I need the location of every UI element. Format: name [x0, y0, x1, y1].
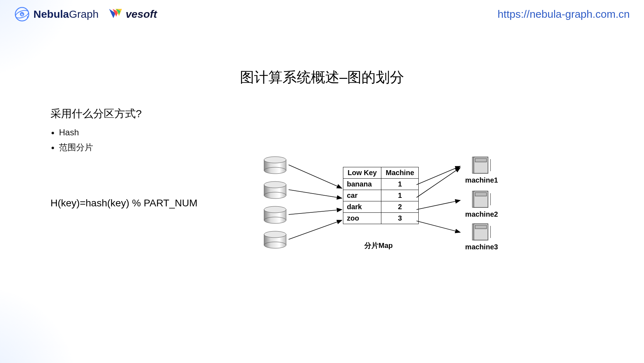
svg-line-32 — [289, 220, 342, 239]
table-header: Machine — [381, 167, 419, 179]
machine-label: machine2 — [458, 210, 505, 218]
svg-rect-28 — [472, 224, 474, 240]
vesoft-icon — [108, 7, 123, 21]
table-row: Low Key Machine — [343, 167, 419, 179]
content-block: 采用什么分区方式? Hash 范围分片 — [50, 107, 601, 157]
machine-label: machine3 — [458, 243, 505, 251]
svg-point-16 — [264, 242, 286, 248]
svg-rect-23 — [490, 193, 491, 205]
machine-node: machine3 — [458, 222, 505, 251]
svg-rect-19 — [490, 159, 491, 171]
partition-diagram: Low Key Machine banana 1 car 1 dark 2 zo… — [263, 156, 519, 270]
svg-point-4 — [27, 16, 28, 18]
partition-map-table: Low Key Machine banana 1 car 1 dark 2 zo… — [343, 167, 419, 224]
list-item: 范围分片 — [59, 142, 601, 153]
machine-node: machine2 — [458, 190, 505, 218]
vesoft-logo: vesoft — [108, 7, 157, 21]
table-header: Low Key — [343, 167, 381, 179]
table-row: dark 2 — [343, 201, 419, 213]
server-icon — [472, 156, 492, 175]
svg-line-36 — [417, 221, 460, 232]
table-row: banana 1 — [343, 179, 419, 190]
question-text: 采用什么分区方式? — [50, 107, 601, 121]
svg-rect-24 — [472, 191, 474, 207]
page-title: 图计算系统概述–图的划分 — [0, 67, 644, 87]
table-row: zoo 3 — [343, 213, 419, 224]
brand1-text: Nebula — [33, 8, 69, 20]
map-caption: 分片Map — [364, 241, 393, 250]
cylinder-icon — [263, 156, 288, 173]
cylinder-icon — [263, 231, 288, 247]
bullet-list: Hash 范围分片 — [59, 128, 601, 153]
svg-text:N: N — [21, 13, 23, 16]
svg-line-34 — [417, 168, 460, 197]
list-item: Hash — [59, 128, 601, 137]
machine-node: machine1 — [458, 156, 505, 184]
svg-point-6 — [264, 157, 286, 163]
machine-label: machine1 — [458, 176, 505, 184]
svg-rect-27 — [490, 226, 491, 238]
svg-point-10 — [264, 192, 286, 199]
cylinder-icon — [263, 181, 288, 197]
server-icon — [472, 222, 492, 242]
svg-point-15 — [264, 231, 286, 238]
table-row: car 1 — [343, 190, 419, 201]
site-url: https://nebula-graph.com.cn — [498, 8, 630, 20]
brand2-text: vesoft — [125, 8, 157, 20]
nebulagraph-logo: N NebulaGraph — [14, 6, 98, 22]
svg-line-31 — [289, 210, 342, 215]
svg-point-7 — [264, 167, 286, 174]
svg-point-12 — [264, 206, 286, 213]
svg-point-13 — [264, 217, 286, 223]
svg-line-33 — [417, 166, 460, 185]
svg-rect-18 — [475, 158, 487, 162]
cylinder-icon — [263, 206, 288, 222]
brand1b-text: Graph — [69, 8, 98, 20]
svg-rect-22 — [475, 193, 487, 196]
svg-line-29 — [289, 165, 342, 188]
nebulagraph-icon: N — [14, 6, 30, 22]
decoration-corner-bottom-left — [0, 285, 78, 363]
server-icon — [472, 190, 492, 210]
svg-line-30 — [289, 190, 342, 198]
hash-formula: H(key)=hash(key) % PART_NUM — [50, 197, 198, 209]
svg-rect-20 — [472, 157, 474, 173]
svg-rect-26 — [475, 225, 487, 229]
svg-point-9 — [264, 182, 286, 188]
slide-header: N NebulaGraph vesoft https://nebula-grap… — [14, 6, 630, 22]
svg-line-35 — [417, 200, 460, 210]
